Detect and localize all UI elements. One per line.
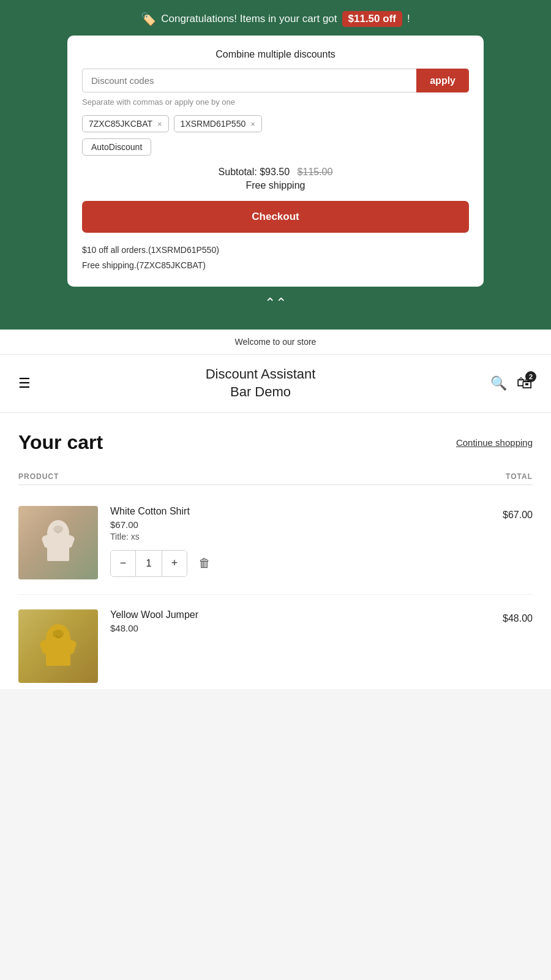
cart-icon-wrap[interactable]: 🛍 2: [517, 374, 533, 393]
item-name-2: Yellow Wool Jumper: [110, 609, 490, 620]
banner-text: Congratulations! Items in your cart got: [161, 13, 337, 25]
auto-discount-row: AutoDiscount: [82, 138, 469, 156]
col-product-header: PRODUCT: [18, 472, 59, 481]
cart-item-2: Yellow Wool Jumper $48.00 $48.00: [18, 595, 533, 689]
cart-header: Your cart Continue shopping: [18, 431, 533, 454]
discount-banner: 🏷️ Congratulations! Items in your cart g…: [67, 0, 484, 36]
qty-decrease-1[interactable]: −: [111, 551, 135, 576]
qty-control-1: − +: [110, 550, 187, 577]
discount-note-1: $10 off all orders.(1XSRMD61P550): [82, 243, 469, 258]
subtotal-row: Subtotal: $93.50 $115.00: [82, 167, 469, 178]
free-shipping-label: Free shipping: [82, 180, 469, 191]
col-total-header: TOTAL: [506, 472, 533, 481]
discount-badge-icon: 🏷️: [141, 12, 156, 26]
item-variant-1: Title: xs: [110, 532, 490, 541]
qty-row-1: − + 🗑: [110, 550, 490, 577]
cart-title: Your cart: [18, 431, 103, 454]
code-tag-1-remove[interactable]: ×: [157, 119, 162, 129]
item-price-2: $48.00: [110, 623, 490, 633]
discount-notes: $10 off all orders.(1XSRMD61P550) Free s…: [82, 243, 469, 273]
continue-shopping-link[interactable]: Continue shopping: [456, 437, 533, 448]
cart-item-1: White Cotton Shirt $67.00 Title: xs − + …: [18, 491, 533, 595]
collapse-bar-button[interactable]: ⌃⌃: [67, 287, 484, 317]
discount-input[interactable]: [82, 69, 416, 92]
apply-button[interactable]: apply: [416, 69, 469, 92]
svg-point-2: [53, 526, 63, 533]
welcome-bar: Welcome to our store: [0, 330, 551, 355]
item-details-1: White Cotton Shirt $67.00 Title: xs − + …: [110, 506, 490, 577]
item-image-2: [18, 609, 98, 683]
code-tag-1-label: 7ZXC85JKCBAT: [89, 119, 152, 129]
discount-amount: $11.50 off: [342, 11, 402, 27]
svg-point-7: [53, 630, 64, 638]
hamburger-icon[interactable]: ☰: [18, 375, 31, 391]
item-name-1: White Cotton Shirt: [110, 506, 490, 517]
code-tag-2-label: 1XSRMD61P550: [181, 119, 246, 129]
discount-panel: Combine multiple discounts apply Separat…: [67, 36, 484, 287]
checkout-button[interactable]: Checkout: [82, 201, 469, 233]
item-price-1: $67.00: [110, 519, 490, 530]
store-nav: ☰ Discount AssistantBar Demo 🔍 🛍 2: [0, 355, 551, 412]
discount-input-row: apply: [82, 69, 469, 92]
delete-item-1[interactable]: 🗑: [196, 554, 213, 573]
code-tag-1: 7ZXC85JKCBAT ×: [82, 115, 169, 132]
discount-bar-outer: 🏷️ Congratulations! Items in your cart g…: [0, 0, 551, 330]
item-total-1: $67.00: [503, 506, 533, 521]
subtotal-original: $115.00: [298, 167, 333, 177]
qty-value-1[interactable]: [135, 551, 162, 576]
item-total-2: $48.00: [503, 609, 533, 624]
discount-hint: Separate with commas or apply one by one: [82, 97, 469, 107]
item-details-2: Yellow Wool Jumper $48.00: [110, 609, 490, 635]
auto-discount-tag: AutoDiscount: [82, 138, 151, 156]
chevron-up-icon: ⌃⌃: [264, 295, 287, 311]
nav-icons: 🔍 🛍 2: [490, 374, 533, 393]
qty-increase-1[interactable]: +: [162, 551, 187, 576]
store-title: Discount AssistantBar Demo: [206, 366, 316, 401]
search-icon[interactable]: 🔍: [490, 375, 507, 391]
combine-title: Combine multiple discounts: [82, 49, 469, 60]
code-tags: 7ZXC85JKCBAT × 1XSRMD61P550 ×: [82, 115, 469, 132]
cart-page: Your cart Continue shopping PRODUCT TOTA…: [0, 413, 551, 689]
discount-note-2: Free shipping.(7ZXC85JKCBAT): [82, 258, 469, 273]
subtotal-price: $93.50: [260, 167, 290, 177]
shirt-svg: [34, 518, 83, 567]
cart-table-header: PRODUCT TOTAL: [18, 469, 533, 485]
cart-badge: 2: [525, 371, 536, 382]
code-tag-2-remove[interactable]: ×: [250, 119, 255, 129]
banner-exclamation: !: [407, 13, 410, 25]
subtotal-label: Subtotal:: [219, 167, 257, 177]
item-image-1: [18, 506, 98, 579]
jumper-svg: [34, 622, 83, 671]
code-tag-2: 1XSRMD61P550 ×: [174, 115, 262, 132]
